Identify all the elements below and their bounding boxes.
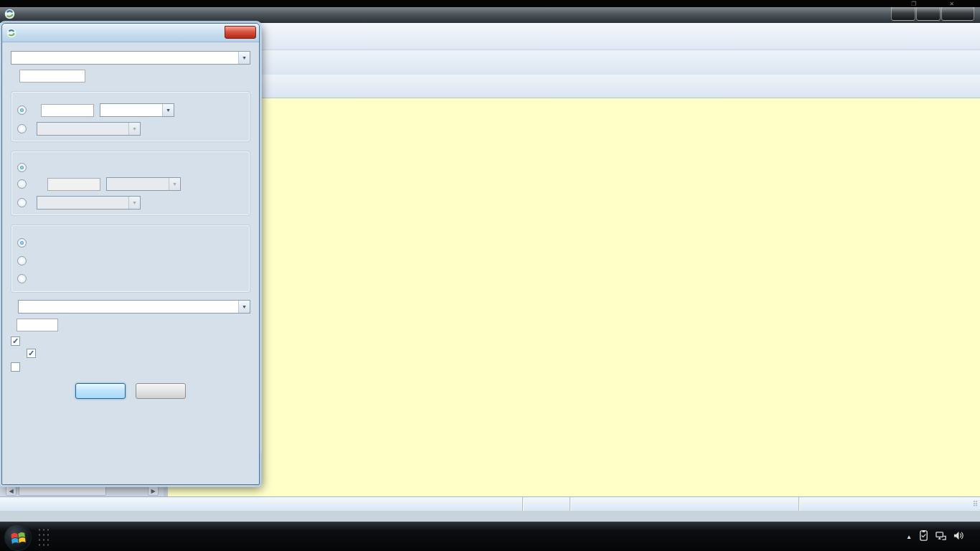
dialog-icon xyxy=(6,28,17,38)
action-center-icon[interactable] xyxy=(918,530,929,544)
chevron-down-icon: ▼ xyxy=(238,52,250,64)
dialog-titlebar[interactable] xyxy=(2,24,259,42)
statusbar: ⠿ xyxy=(0,496,980,511)
chevron-down-icon: ▼ xyxy=(128,123,140,135)
line-feature-group xyxy=(11,225,250,293)
chevron-down-icon: ▼ xyxy=(238,301,250,313)
taskbar: ▲ xyxy=(0,522,980,551)
both-sides-radio[interactable] xyxy=(17,238,27,248)
panel-scrollbar: ◀ ▶ xyxy=(0,484,164,496)
titlebar xyxy=(0,7,980,23)
maximize-button[interactable] xyxy=(916,7,941,21)
background-browser-strip xyxy=(0,511,980,522)
distance-attribute-combobox[interactable]: ▼ xyxy=(37,122,141,136)
left-side-radio[interactable] xyxy=(17,256,27,265)
fixed-width-radio[interactable] xyxy=(17,163,27,172)
cancel-button[interactable] xyxy=(136,383,186,399)
variable-width-group: ▼ ▼ xyxy=(11,151,250,216)
background-window-buttons: ❐ ✕ xyxy=(911,1,970,7)
chevron-down-icon: ▼ xyxy=(128,197,140,209)
fixed-distance-input[interactable] xyxy=(41,104,94,117)
app-icon xyxy=(4,9,15,22)
resize-grip: ⠿ xyxy=(973,500,979,508)
chevron-down-icon: ▼ xyxy=(169,178,180,190)
combine-checkbox[interactable]: ✓ xyxy=(11,336,20,346)
close-button[interactable] xyxy=(941,7,974,21)
offset-z-input[interactable] xyxy=(17,319,58,331)
scroll-right-arrow[interactable]: ▶ xyxy=(148,486,159,496)
background-window-strip: ❐ ✕ xyxy=(0,0,980,7)
status-datum xyxy=(570,497,798,512)
width-attribute-radio[interactable] xyxy=(17,198,27,207)
start-button[interactable] xyxy=(4,524,32,551)
menu-help[interactable] xyxy=(264,34,273,39)
area-type-combobox[interactable]: ▼ xyxy=(18,300,250,314)
feature-layer-combobox[interactable]: ▼ xyxy=(11,51,250,65)
buffer-distance-group: ▼ ▼ xyxy=(11,91,250,142)
distance-attribute-radio[interactable] xyxy=(17,124,27,133)
system-tray: ▲ xyxy=(900,522,977,551)
taskbar-separator xyxy=(37,527,50,547)
scroll-left-arrow[interactable]: ◀ xyxy=(6,486,17,496)
chevron-down-icon: ▼ xyxy=(162,104,174,116)
network-icon[interactable] xyxy=(936,530,946,544)
desktop: ❐ ✕ ◀ xyxy=(0,0,980,551)
end-distance-radio[interactable] xyxy=(17,179,27,189)
volume-icon[interactable] xyxy=(953,530,963,544)
dialog-close-button[interactable] xyxy=(225,26,256,39)
ok-button[interactable] xyxy=(75,383,126,399)
tray-expand-icon[interactable]: ▲ xyxy=(906,534,912,540)
end-distance-input[interactable] xyxy=(47,178,100,191)
minimize-button[interactable] xyxy=(891,7,915,21)
scrollbar-thumb[interactable] xyxy=(19,486,106,496)
rectangular-checkbox[interactable] xyxy=(11,362,20,372)
status-scale xyxy=(522,497,570,512)
fixed-distance-radio[interactable] xyxy=(17,105,27,115)
status-coords xyxy=(798,497,974,512)
buffer-area-creation-dialog: ▼ ▼ xyxy=(1,23,260,485)
end-units-combobox[interactable]: ▼ xyxy=(106,177,181,191)
width-attribute-combobox[interactable]: ▼ xyxy=(37,196,141,209)
num-zones-input[interactable] xyxy=(19,70,85,83)
fixed-units-combobox[interactable]: ▼ xyxy=(100,103,174,117)
right-side-radio[interactable] xyxy=(17,274,27,283)
list-attrs-checkbox[interactable]: ✓ xyxy=(27,349,36,358)
